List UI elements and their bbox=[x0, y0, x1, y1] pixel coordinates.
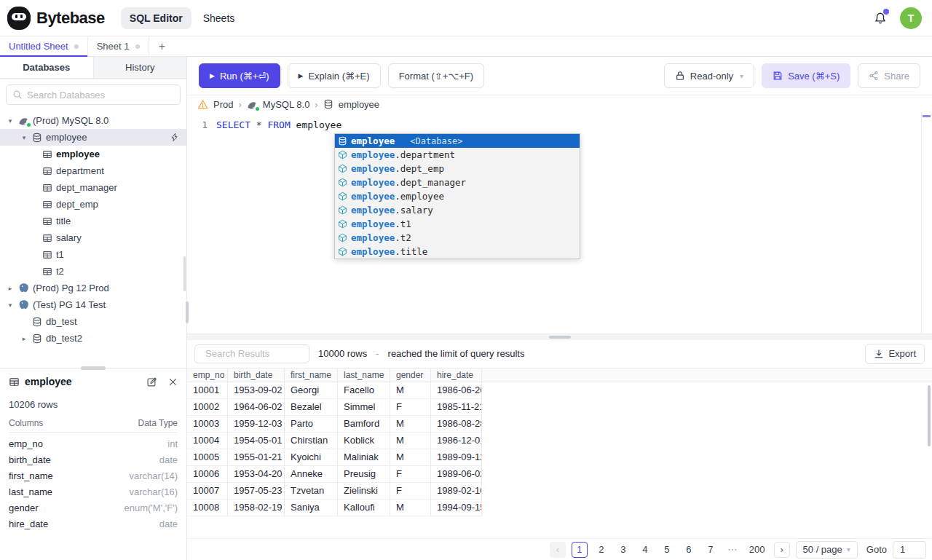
autocomplete-item[interactable]: employee.dept_emp bbox=[335, 162, 580, 176]
splitter-handle[interactable] bbox=[549, 336, 571, 339]
grid-scrollbar[interactable] bbox=[928, 385, 931, 446]
caret-down-icon[interactable]: ▾ bbox=[6, 117, 15, 125]
search-databases-input[interactable] bbox=[27, 90, 174, 100]
table-row[interactable]: 10001 1953-09-02 Georgi Facello M 1986-0… bbox=[187, 382, 932, 399]
nav-sql-editor[interactable]: SQL Editor bbox=[121, 7, 191, 29]
column-name: last_name bbox=[9, 486, 52, 497]
share-button[interactable]: Share bbox=[858, 63, 920, 88]
panel-splitter[interactable] bbox=[187, 334, 932, 340]
tree-instance-pg14[interactable]: ▾ (Test) PG 14 Test bbox=[0, 296, 186, 313]
column-header[interactable]: hire_date bbox=[431, 368, 482, 382]
readonly-mode-select[interactable]: Read-only ▾ bbox=[664, 63, 754, 88]
search-results-input[interactable] bbox=[205, 348, 333, 359]
column-header[interactable]: gender bbox=[390, 368, 431, 382]
sql-editor[interactable]: 1 SELECT * FROM employee employee <Datab… bbox=[187, 113, 932, 334]
tree-database-db-test2[interactable]: ▸ db_test2 bbox=[0, 330, 186, 347]
save-button[interactable]: Save (⌘+S) bbox=[762, 63, 850, 88]
avatar[interactable]: T bbox=[900, 7, 922, 29]
tab-databases[interactable]: Databases bbox=[0, 57, 94, 78]
caret-right-icon[interactable]: ▸ bbox=[6, 285, 15, 292]
close-icon[interactable] bbox=[168, 377, 178, 387]
table-row[interactable]: 10003 1959-12-03 Parto Bamford M 1986-08… bbox=[187, 416, 932, 433]
page-button[interactable]: 2 bbox=[593, 542, 609, 558]
format-button[interactable]: Format (⇧+⌥+F) bbox=[388, 63, 484, 88]
breadcrumb-instance[interactable]: MySQL 8.0 bbox=[263, 99, 310, 110]
results-search[interactable] bbox=[194, 344, 309, 363]
table-row[interactable]: 10008 1958-02-19 Saniya Kalloufi M 1994-… bbox=[187, 500, 932, 516]
tab-untitled-sheet[interactable]: Untitled Sheet bbox=[0, 36, 88, 56]
tree-instance-pg12[interactable]: ▸ (Prod) Pg 12 Prod bbox=[0, 280, 186, 296]
tree-database-db-test[interactable]: db_test bbox=[0, 313, 186, 330]
bytebase-logo[interactable]: Bytebase bbox=[7, 7, 105, 30]
page-button-last[interactable]: 200 bbox=[746, 542, 768, 558]
pagination-bar: ‹ 1 234567 ⋯ 200 › 50 / page ▾ Goto bbox=[187, 538, 932, 560]
page-button[interactable]: 6 bbox=[681, 542, 697, 558]
cell-birth-date: 1957-05-23 bbox=[228, 483, 285, 500]
tab-sheet-1[interactable]: Sheet 1 bbox=[88, 36, 149, 56]
breadcrumb-environment[interactable]: Prod bbox=[213, 99, 233, 110]
column-name: gender bbox=[9, 502, 38, 513]
column-header[interactable]: first_name bbox=[285, 368, 338, 382]
caret-down-icon[interactable]: ▾ bbox=[20, 134, 28, 141]
autocomplete-item[interactable]: employee.employee bbox=[335, 189, 580, 203]
page-ellipsis[interactable]: ⋯ bbox=[724, 542, 741, 558]
autocomplete-item[interactable]: employee.dept_manager bbox=[335, 176, 580, 189]
table-row[interactable]: 10006 1953-04-20 Anneke Preusig F 1989-0… bbox=[187, 466, 932, 483]
autocomplete-item[interactable]: employee.title bbox=[335, 245, 580, 259]
tree-instance-mysql[interactable]: ▾ (Prod) MySQL 8.0 bbox=[0, 112, 186, 129]
database-search[interactable] bbox=[6, 84, 181, 105]
panel-drag-handle[interactable] bbox=[81, 366, 106, 370]
bolt-icon[interactable] bbox=[170, 133, 179, 142]
add-sheet-button[interactable]: + bbox=[149, 36, 175, 56]
schema-column-row: emp_no int bbox=[9, 435, 178, 451]
autocomplete-item[interactable]: employee.salary bbox=[335, 203, 580, 217]
page-button[interactable]: 7 bbox=[703, 542, 719, 558]
tree-database-employee[interactable]: ▾ employee bbox=[0, 129, 186, 146]
sidebar-resize-handle[interactable] bbox=[186, 301, 189, 323]
page-button-current[interactable]: 1 bbox=[572, 542, 588, 558]
tree-table-employee[interactable]: employee bbox=[0, 146, 186, 162]
tree-table-dept-manager[interactable]: dept_manager bbox=[0, 179, 186, 196]
tree-table-department[interactable]: department bbox=[0, 162, 186, 179]
table-row[interactable]: 10002 1964-06-02 Bezalel Simmel F 1985-1… bbox=[187, 399, 932, 416]
main-area: ▶ Run (⌘+⏎) ▶ Explain (⌘+E) Format (⇧+⌥+… bbox=[187, 57, 932, 560]
autocomplete-item[interactable]: employee.t2 bbox=[335, 231, 580, 245]
caret-down-icon[interactable]: ▾ bbox=[6, 301, 15, 309]
page-button[interactable]: 3 bbox=[615, 542, 631, 558]
data-type-header: Data Type bbox=[138, 418, 178, 428]
table-row[interactable]: 10007 1957-05-23 Tzvetan Zielinski F 198… bbox=[187, 483, 932, 500]
edit-icon[interactable] bbox=[146, 376, 157, 387]
table-icon bbox=[42, 149, 52, 159]
table-row[interactable]: 10004 1954-05-01 Chirstian Koblick M 198… bbox=[187, 433, 932, 449]
column-header[interactable]: emp_no bbox=[187, 368, 228, 382]
page-button[interactable]: 4 bbox=[637, 542, 653, 558]
tree-table-salary[interactable]: salary bbox=[0, 229, 186, 246]
page-button[interactable]: 5 bbox=[659, 542, 675, 558]
page-size-select[interactable]: 50 / page ▾ bbox=[796, 541, 858, 559]
goto-page-input[interactable] bbox=[893, 541, 926, 559]
run-button[interactable]: ▶ Run (⌘+⏎) bbox=[199, 63, 280, 88]
tab-history[interactable]: History bbox=[94, 57, 187, 78]
tree-scrollbar[interactable] bbox=[183, 256, 186, 291]
tree-table-t1[interactable]: t1 bbox=[0, 246, 186, 263]
results-grid: emp_no birth_date first_name last_name g… bbox=[187, 368, 932, 539]
export-button[interactable]: Export bbox=[865, 344, 925, 364]
caret-right-icon[interactable]: ▸ bbox=[20, 335, 28, 342]
tree-table-dept-emp[interactable]: dept_emp bbox=[0, 196, 186, 213]
autocomplete-item[interactable]: employee.t1 bbox=[335, 217, 580, 231]
cell-first-name: Parto bbox=[285, 416, 338, 433]
notification-bell-icon[interactable] bbox=[874, 12, 887, 25]
column-header[interactable]: last_name bbox=[338, 368, 390, 382]
autocomplete-item-selected[interactable]: employee <Database> bbox=[335, 134, 580, 148]
column-header[interactable]: birth_date bbox=[228, 368, 285, 382]
tree-table-t2[interactable]: t2 bbox=[0, 263, 186, 280]
prev-page-button[interactable]: ‹ bbox=[550, 542, 566, 558]
breadcrumb-database[interactable]: employee bbox=[339, 99, 379, 110]
tree-table-title[interactable]: title bbox=[0, 213, 186, 229]
explain-button[interactable]: ▶ Explain (⌘+E) bbox=[288, 63, 381, 88]
table-row[interactable]: 10005 1955-01-21 Kyoichi Maliniak M 1989… bbox=[187, 449, 932, 466]
nav-sheets[interactable]: Sheets bbox=[194, 7, 244, 29]
autocomplete-item[interactable]: employee.department bbox=[335, 148, 580, 162]
next-page-button[interactable]: › bbox=[774, 542, 790, 558]
cell-birth-date: 1953-04-20 bbox=[228, 466, 285, 483]
